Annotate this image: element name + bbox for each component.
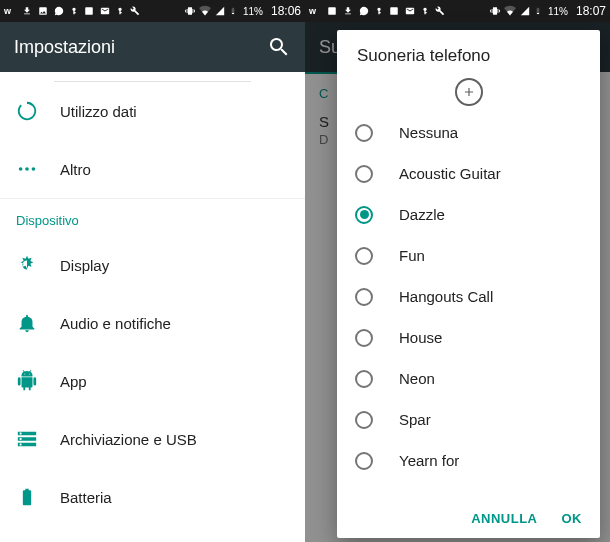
svg-point-3 [19,167,23,171]
display-icon [16,254,38,276]
divider [54,72,251,82]
ringtone-label: Fun [399,247,425,264]
ringtone-option[interactable]: Fun [345,235,592,276]
row-apps[interactable]: App [0,352,305,410]
wifi-icon [504,5,516,17]
vibrate-icon [185,5,195,17]
screen-ringtone: w 11% 18:07 Su [305,0,610,542]
download-icon [343,6,353,16]
chat-icon [54,6,64,16]
plus-icon [455,78,483,106]
ringtone-label: Hangouts Call [399,288,493,305]
signal-icon [520,5,530,17]
data-usage-icon [16,100,38,122]
ringtone-option[interactable]: Yearn for [345,440,592,481]
ringtone-option[interactable]: Acoustic Guitar [345,153,592,194]
svg-rect-8 [390,7,398,15]
row-label: Archiviazione e USB [60,431,197,448]
key-icon [375,6,383,16]
row-label: App [60,373,87,390]
storage-icon [16,428,38,450]
battery-icon [16,486,38,508]
image-icon [38,6,48,16]
search-icon [267,35,291,59]
screen-settings: w 11% 18:06 Impostazioni [0,0,305,542]
battery-percent: 11% [243,6,263,17]
radio-icon [355,411,373,429]
svg-point-5 [32,167,36,171]
row-more[interactable]: Altro [0,140,305,198]
ringtone-label: Neon [399,370,435,387]
ringtone-label: Spar [399,411,431,428]
row-label: Utilizzo dati [60,103,137,120]
ringtone-dialog: Suoneria telefono NessunaAcoustic Guitar… [337,30,600,538]
row-data-usage[interactable]: Utilizzo dati [0,82,305,140]
ringtone-option[interactable]: Dazzle [345,194,592,235]
clock: 18:06 [271,4,301,18]
ringtone-option[interactable]: House [345,317,592,358]
radio-icon [355,329,373,347]
w-icon: w [4,5,16,17]
key-icon [70,6,78,16]
appbar: Impostazioni [0,22,305,72]
android-icon [16,370,38,392]
ok-button[interactable]: OK [562,511,583,526]
battery-percent: 11% [548,6,568,17]
svg-rect-1 [85,7,93,15]
row-display[interactable]: Display [0,236,305,294]
image2-icon [389,6,399,16]
add-ringtone-button[interactable] [337,72,600,112]
row-label: Altro [60,161,91,178]
radio-icon [355,165,373,183]
row-storage[interactable]: Archiviazione e USB [0,410,305,468]
svg-text:w: w [4,6,12,16]
ringtone-option[interactable]: Nessuna [345,112,592,153]
vibrate-icon [490,5,500,17]
wrench-icon [130,6,140,16]
ringtone-label: Dazzle [399,206,445,223]
svg-text:w: w [309,6,317,16]
cancel-button[interactable]: ANNULLA [471,511,537,526]
row-battery[interactable]: Batteria [0,468,305,526]
ringtone-option[interactable]: Spar [345,399,592,440]
w-icon: w [309,5,321,17]
battery-icon [534,5,542,17]
bell-icon [16,312,38,334]
ringtone-label: House [399,329,442,346]
radio-icon [355,370,373,388]
mail-icon [405,6,415,16]
image-icon [327,6,337,16]
key2-icon [116,6,124,16]
svg-rect-9 [537,13,539,14]
appbar-title: Impostazioni [14,37,267,58]
row-label: Batteria [60,489,112,506]
ringtone-label: Nessuna [399,124,458,141]
settings-list: Utilizzo dati Altro Dispositivo Display [0,72,305,526]
clock: 18:07 [576,4,606,18]
radio-icon [355,452,373,470]
search-button[interactable] [267,35,291,59]
section-header-device: Dispositivo [0,198,305,236]
row-label: Audio e notifiche [60,315,171,332]
status-bar: w 11% 18:06 [0,0,305,22]
wifi-icon [199,5,211,17]
dialog-title: Suoneria telefono [337,30,600,72]
wrench-icon [435,6,445,16]
more-icon [16,158,38,180]
ringtone-option[interactable]: Neon [345,358,592,399]
radio-icon [355,206,373,224]
radio-icon [355,288,373,306]
ringtone-options: NessunaAcoustic GuitarDazzleFunHangouts … [337,112,600,501]
key2-icon [421,6,429,16]
ringtone-label: Acoustic Guitar [399,165,501,182]
row-sound[interactable]: Audio e notifiche [0,294,305,352]
download-icon [22,6,32,16]
mail-icon [100,6,110,16]
radio-icon [355,247,373,265]
ringtone-option[interactable]: Hangouts Call [345,276,592,317]
svg-rect-7 [328,7,336,15]
chat-icon [359,6,369,16]
image2-icon [84,6,94,16]
row-label: Display [60,257,109,274]
signal-icon [215,5,225,17]
